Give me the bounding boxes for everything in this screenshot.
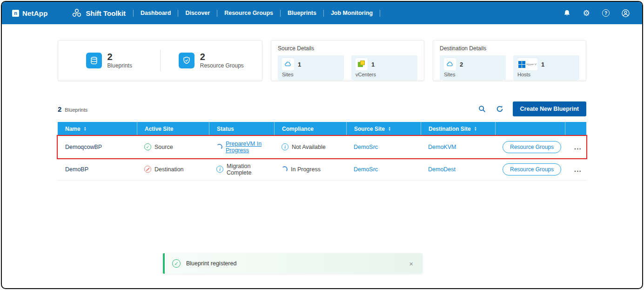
nav-item-job-monitoring[interactable]: Job Monitoring [324, 10, 380, 16]
row-menu-icon[interactable]: ... [572, 143, 584, 151]
summary-row: 2 Blueprints 2 Resource Groups [58, 40, 586, 81]
row-menu-icon[interactable]: ... [572, 166, 584, 173]
source-vcenters-tile: 1 vCenters [351, 55, 417, 80]
destination-hosts-count: 1 [541, 61, 544, 68]
column-header-destination-site: Destination Site ▲▼ [421, 122, 495, 136]
blueprints-count-label: 2 Blueprints [58, 105, 87, 113]
search-icon[interactable] [477, 104, 487, 114]
compliance-value: In Progress [291, 166, 321, 173]
source-site-link[interactable]: DemoSrc [354, 144, 378, 150]
info-icon: i [282, 143, 288, 150]
error-circle-icon [144, 166, 151, 173]
destination-sites-count: 2 [460, 61, 463, 68]
table-header-row: Name ▲▼ Active Site Status Compliance So… [58, 122, 586, 136]
blueprints-list-text: Blueprints [65, 107, 87, 113]
compliance-value: Not Available [292, 144, 326, 150]
cloud-icon [444, 58, 456, 70]
source-sites-tile: 1 Sites [278, 55, 344, 80]
netapp-mark-icon: n [12, 10, 19, 17]
blueprints-table: Name ▲▼ Active Site Status Compliance So… [58, 122, 586, 181]
status-value: Migration Complete [227, 163, 274, 176]
cloud-icon [282, 58, 294, 70]
bell-icon[interactable] [562, 8, 571, 18]
table-row: DemoBP Destination i Migration Complete … [58, 158, 586, 181]
resource-groups-button[interactable]: Resource Groups [503, 163, 561, 175]
destination-hosts-label: Hosts [517, 72, 575, 77]
in-progress-spinner-icon [216, 144, 222, 150]
blueprints-list-header: 2 Blueprints Create New Blueprint [58, 101, 586, 116]
sort-icon[interactable]: ▲▼ [84, 127, 87, 131]
netapp-logo: n NetApp [12, 9, 48, 17]
source-sites-count: 1 [298, 61, 301, 68]
status-link[interactable]: PrepareVM In Progress [226, 141, 274, 154]
nav-item-blueprints[interactable]: Blueprints [281, 10, 323, 16]
help-icon[interactable]: ? [601, 8, 610, 18]
active-site-value: Source [154, 144, 173, 150]
destination-details-card: Destination Details 2 Sites [433, 40, 586, 81]
source-vcenters-label: vCenters [356, 72, 413, 77]
column-header-actions [495, 122, 565, 136]
nav-item-resource-groups[interactable]: Resource Groups [217, 10, 280, 16]
destination-site-link[interactable]: DemoKVM [428, 144, 456, 150]
column-header-source-site: Source Site ▲▼ [346, 122, 421, 136]
destination-sites-label: Sites [444, 72, 502, 77]
app-window: n NetApp Shift Toolkit Dashboard Discove… [1, 1, 643, 289]
navbar-actions: ⚙ ? [562, 8, 630, 18]
app-name: Shift Toolkit [86, 9, 126, 17]
shift-toolkit-icon [71, 7, 82, 19]
vcenter-icon [356, 58, 368, 70]
destination-sites-tile: 2 Sites [440, 55, 506, 80]
top-navbar: n NetApp Shift Toolkit Dashboard Discove… [2, 2, 642, 24]
hyperv-icon-label: Hyper-V [526, 63, 537, 66]
main-nav: Dashboard Discover Resource Groups Bluep… [133, 10, 380, 17]
toast-close-icon[interactable]: × [407, 260, 415, 268]
main-content: 2 Blueprints 2 Resource Groups [2, 24, 642, 181]
destination-details-title: Destination Details [440, 45, 579, 52]
table-row: DemoqcowBP ✓ Source PrepareVM In Progres… [58, 136, 586, 158]
resource-groups-button[interactable]: Resource Groups [503, 141, 561, 153]
source-site-link[interactable]: DemoSrc [354, 166, 378, 173]
stats-card: 2 Blueprints 2 Resource Groups [58, 40, 262, 81]
list-actions: Create New Blueprint [477, 101, 586, 116]
blueprints-list-count: 2 [58, 105, 61, 113]
destination-site-link[interactable]: DemoDest [428, 166, 456, 173]
sort-icon[interactable]: ▲▼ [388, 127, 391, 131]
blueprint-name: DemoqcowBP [65, 144, 102, 150]
gear-icon[interactable]: ⚙ [582, 8, 591, 18]
brand-name: NetApp [22, 9, 48, 17]
column-header-menu [565, 122, 586, 136]
column-header-compliance: Compliance [274, 122, 346, 136]
blueprints-label: Blueprints [107, 62, 132, 69]
nav-item-dashboard[interactable]: Dashboard [134, 10, 178, 16]
resource-groups-count: 2 [200, 52, 244, 61]
nav-item-discover[interactable]: Discover [178, 10, 217, 16]
hyperv-icon: Hyper-V [517, 58, 537, 70]
create-new-blueprint-button[interactable]: Create New Blueprint [513, 101, 586, 116]
resource-groups-label: Resource Groups [200, 62, 244, 69]
app-title: Shift Toolkit [71, 7, 126, 19]
user-icon[interactable] [621, 8, 630, 18]
toast-success-icon: ✓ [172, 259, 181, 268]
shield-check-icon [179, 53, 195, 68]
info-icon: i [216, 166, 223, 173]
nav-separator [380, 10, 380, 17]
blueprints-stat: 2 Blueprints [58, 52, 160, 69]
resource-groups-stat: 2 Resource Groups [161, 52, 262, 69]
toast-notification: ✓ Blueprint registered × [163, 253, 423, 274]
in-progress-spinner-icon [282, 166, 288, 172]
source-details-title: Source Details [278, 45, 417, 52]
refresh-icon[interactable] [495, 104, 504, 114]
column-header-active-site: Active Site [137, 122, 209, 136]
blueprint-name: DemoBP [65, 166, 88, 173]
source-details-card: Source Details 1 Sites [271, 40, 424, 81]
source-vcenters-count: 1 [371, 61, 375, 68]
blueprints-count: 2 [107, 52, 132, 61]
success-check-icon: ✓ [144, 143, 151, 150]
column-header-name: Name ▲▼ [58, 122, 137, 136]
toast-message: Blueprint registered [186, 260, 236, 267]
source-sites-label: Sites [282, 72, 340, 77]
column-header-status: Status [209, 122, 274, 136]
sort-icon[interactable]: ▲▼ [474, 127, 477, 131]
destination-hosts-tile: Hyper-V 1 Hosts [513, 55, 579, 80]
active-site-value: Destination [154, 166, 184, 173]
